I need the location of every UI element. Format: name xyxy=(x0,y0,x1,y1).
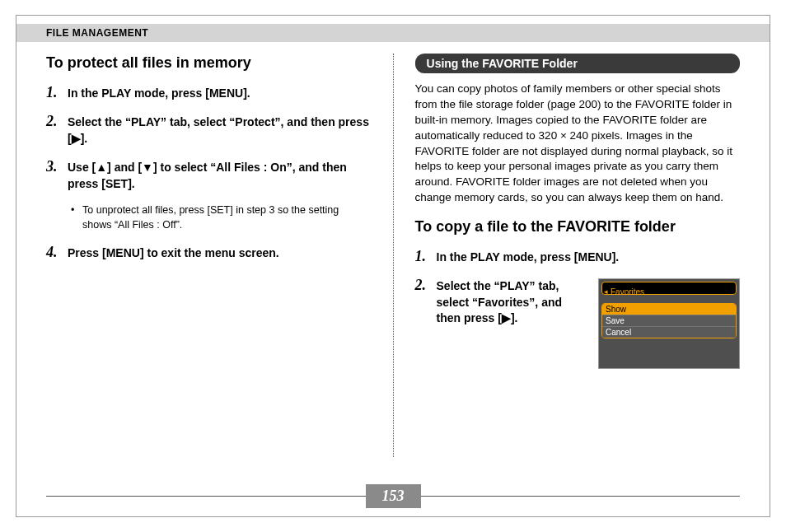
step-text: Select the “PLAY” tab, select “Favorites… xyxy=(437,278,588,327)
camera-menu-screenshot: Favorites Show Save Cancel xyxy=(598,278,740,369)
mock-menu-item-show: Show xyxy=(602,304,736,315)
step-number: 2. xyxy=(415,277,437,294)
note-text: To unprotect all files, press [SET] in s… xyxy=(82,203,370,232)
step-number: 3. xyxy=(46,158,68,175)
step-number: 1. xyxy=(46,84,68,101)
mock-menu-item-save: Save xyxy=(602,315,736,327)
step-4: 4. Press [MENU] to exit the menu screen. xyxy=(46,244,370,262)
footer-rule-right xyxy=(421,496,741,497)
footer-rule-left xyxy=(46,496,366,497)
step-3-note: • To unprotect all files, press [SET] in… xyxy=(71,203,370,232)
left-column: To protect all files in memory 1. In the… xyxy=(46,54,372,457)
favorite-folder-heading: Using the FAVORITE Folder xyxy=(415,54,740,73)
step-text: Select the “PLAY” tab, select “Protect”,… xyxy=(68,114,370,147)
step-text: In the PLAY mode, press [MENU]. xyxy=(68,86,250,102)
step-text: In the PLAY mode, press [MENU]. xyxy=(437,250,620,266)
step-1: 1. In the PLAY mode, press [MENU]. xyxy=(46,84,370,102)
right-column: Using the FAVORITE Folder You can copy p… xyxy=(415,54,740,457)
content-columns: To protect all files in memory 1. In the… xyxy=(46,54,740,457)
mock-title-text: Favorites xyxy=(608,287,644,296)
step-number: 4. xyxy=(46,244,68,261)
section-header-bar: FILE MANAGEMENT xyxy=(16,24,770,42)
page-footer: 153 xyxy=(46,484,740,508)
column-divider xyxy=(393,54,394,457)
section-header-text: FILE MANAGEMENT xyxy=(46,27,740,39)
mock-menu-title: Favorites xyxy=(601,282,737,295)
page-number: 153 xyxy=(366,484,421,508)
mock-menu-item-cancel: Cancel xyxy=(602,327,736,338)
right-step-1: 1. In the PLAY mode, press [MENU]. xyxy=(415,248,740,266)
right-step-2: 2. Select the “PLAY” tab, select “Favori… xyxy=(415,277,740,369)
step-text: Use [▲] and [▼] to select “All Files : O… xyxy=(68,160,370,192)
mock-menu-list: Show Save Cancel xyxy=(601,303,737,338)
right-title: To copy a file to the FAVORITE folder xyxy=(415,217,740,236)
document-page: FILE MANAGEMENT To protect all files in … xyxy=(16,15,770,517)
bullet-icon: • xyxy=(71,203,82,232)
step-number: 1. xyxy=(415,248,437,265)
step-text: Press [MENU] to exit the menu screen. xyxy=(68,245,279,262)
left-title: To protect all files in memory xyxy=(46,54,370,72)
favorite-folder-description: You can copy photos of family members or… xyxy=(415,82,740,206)
step-2-row: Select the “PLAY” tab, select “Favorites… xyxy=(437,278,740,369)
step-2: 2. Select the “PLAY” tab, select “Protec… xyxy=(46,113,370,147)
step-number: 2. xyxy=(46,113,68,130)
step-3: 3. Use [▲] and [▼] to select “All Files … xyxy=(46,158,370,192)
